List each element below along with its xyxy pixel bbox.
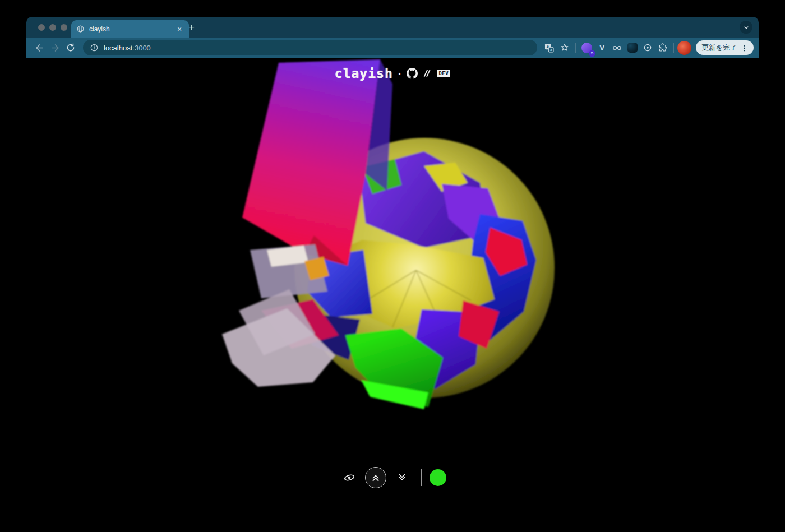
clay-3d-canvas[interactable] <box>26 58 759 496</box>
chevron-down-icon <box>742 24 750 31</box>
browser-toolbar: localhost:3000 A a 5 V <box>26 38 759 58</box>
minimize-window-button[interactable] <box>49 24 56 31</box>
star-icon <box>560 43 570 53</box>
update-button-label: 更新を完了 <box>701 43 737 53</box>
target-icon <box>643 43 653 53</box>
logo-clayish: clayish <box>335 66 393 81</box>
orbit-button[interactable] <box>339 467 360 488</box>
profile-avatar[interactable] <box>677 41 691 55</box>
page-header: clayish · DEV <box>26 66 759 81</box>
puzzle-icon <box>658 43 668 53</box>
extrude-up-button[interactable] <box>365 467 386 488</box>
tab-title: clayish <box>89 25 170 33</box>
close-window-button[interactable] <box>38 24 45 31</box>
reload-button[interactable] <box>63 40 78 55</box>
github-link[interactable] <box>407 68 418 79</box>
address-bar[interactable]: localhost:3000 <box>83 40 537 55</box>
extension-purple-button[interactable]: 5 <box>579 40 594 55</box>
update-browser-button[interactable]: 更新を完了 ⋮ <box>696 40 754 55</box>
github-icon <box>407 68 418 79</box>
page-content: clayish · DEV <box>26 58 759 496</box>
extensions-menu-button[interactable] <box>655 40 670 55</box>
logo-separator: · <box>398 67 402 80</box>
forward-arrow-icon <box>50 43 61 53</box>
zoom-window-button[interactable] <box>61 24 67 31</box>
color-swatch-button[interactable] <box>430 469 446 486</box>
extension-glasses-button[interactable] <box>609 40 625 55</box>
tab-search-button[interactable] <box>740 21 752 34</box>
translate-button[interactable]: A a <box>542 40 557 55</box>
slash-icon <box>422 68 432 78</box>
tab-favicon-globe-icon <box>76 25 85 33</box>
extension-dark-button[interactable] <box>625 40 640 55</box>
reload-icon <box>66 43 76 53</box>
dark-extension-icon <box>627 43 638 53</box>
back-button[interactable] <box>31 40 47 55</box>
bookmark-button[interactable] <box>557 40 572 55</box>
extension-target-button[interactable] <box>640 40 655 55</box>
browser-menu-icon[interactable]: ⋮ <box>741 44 748 52</box>
back-arrow-icon <box>34 43 45 53</box>
slash-link[interactable] <box>422 68 432 78</box>
site-info-icon[interactable] <box>90 43 99 52</box>
tab-close-icon[interactable]: × <box>175 25 184 34</box>
window-controls <box>38 24 67 31</box>
double-chevron-down-icon <box>396 472 408 483</box>
toolbar-separator <box>575 43 576 53</box>
svg-text:a: a <box>550 48 552 52</box>
glasses-icon <box>612 43 622 53</box>
url-port: :3000 <box>132 44 151 52</box>
dev-badge[interactable]: DEV <box>437 70 450 77</box>
translate-icon: A a <box>544 43 555 53</box>
tab-clayish[interactable]: clayish × <box>71 20 189 38</box>
extrude-down-button[interactable] <box>391 467 413 488</box>
new-tab-button[interactable]: + <box>184 21 198 35</box>
orbit-icon <box>343 471 356 484</box>
bottom-toolbar <box>26 467 759 488</box>
tab-strip: clayish × + <box>26 17 759 38</box>
double-chevron-up-icon <box>370 472 381 483</box>
forward-button[interactable] <box>47 40 63 55</box>
toolbar-separator-2 <box>673 43 674 53</box>
v-extension-icon: V <box>599 43 604 52</box>
toolbar-divider <box>421 469 422 486</box>
browser-window: clayish × + localhost:3000 A <box>26 17 759 496</box>
extension-v-button[interactable]: V <box>594 40 609 55</box>
url-host: localhost <box>104 44 132 52</box>
